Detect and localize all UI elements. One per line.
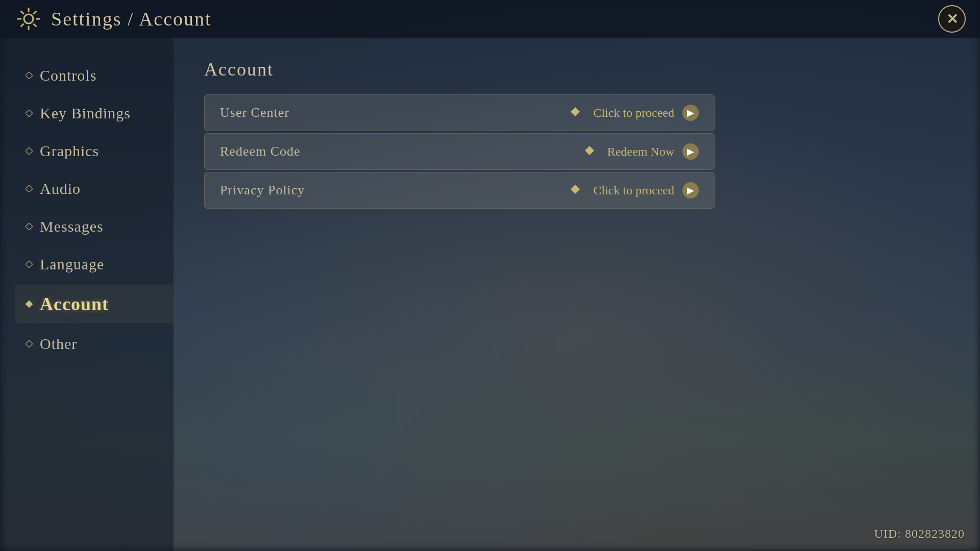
diamond-icon	[26, 261, 33, 268]
sidebar: ControlsKey BindingsGraphicsAudioMessage…	[0, 38, 174, 551]
row-diamond-icon	[585, 146, 594, 158]
close-button[interactable]: ✕	[938, 5, 966, 33]
sidebar-item-key-bindings[interactable]: Key Bindings	[15, 96, 174, 130]
svg-line-6	[34, 24, 37, 27]
diamond-icon	[26, 110, 33, 117]
content-area: ControlsKey BindingsGraphicsAudioMessage…	[0, 38, 980, 551]
sidebar-item-label: Messages	[40, 218, 104, 235]
svg-line-5	[21, 11, 24, 14]
sidebar-item-other[interactable]: Other	[15, 327, 174, 361]
action-proceed-label: Click to proceed	[593, 184, 674, 197]
action-list: User CenterClick to proceed▶Redeem CodeR…	[204, 94, 715, 209]
action-label-user-center: User Center	[220, 105, 289, 120]
sidebar-item-label: Account	[40, 293, 109, 315]
svg-point-0	[24, 14, 33, 23]
row-diamond-icon	[571, 107, 580, 119]
svg-marker-16	[26, 340, 33, 347]
action-label-redeem-code: Redeem Code	[220, 144, 301, 159]
svg-marker-18	[585, 146, 594, 155]
action-proceed-label: Redeem Now	[607, 145, 674, 159]
sidebar-item-label: Graphics	[40, 142, 99, 160]
svg-marker-17	[571, 107, 580, 116]
sidebar-item-label: Other	[40, 335, 77, 353]
diamond-icon	[26, 147, 33, 155]
close-icon: ✕	[946, 11, 958, 28]
sidebar-item-account[interactable]: Account	[15, 285, 174, 323]
diamond-icon	[26, 300, 33, 308]
sidebar-item-messages[interactable]: Messages	[15, 210, 174, 243]
sidebar-item-graphics[interactable]: Graphics	[15, 134, 174, 168]
svg-marker-15	[26, 300, 33, 308]
action-right-user-center: Click to proceed▶	[571, 105, 699, 121]
row-diamond-icon	[571, 185, 580, 196]
svg-marker-19	[571, 185, 580, 194]
action-proceed-label: Click to proceed	[593, 106, 674, 120]
sidebar-item-label: Audio	[40, 180, 81, 197]
diamond-icon	[26, 72, 33, 79]
svg-marker-13	[26, 223, 33, 230]
sidebar-item-label: Key Bindings	[40, 105, 131, 122]
arrow-right-icon: ▶	[682, 182, 699, 198]
arrow-right-icon: ▶	[682, 105, 699, 121]
diamond-icon	[26, 340, 33, 347]
arrow-right-icon: ▶	[682, 143, 699, 160]
sidebar-item-language[interactable]: Language	[15, 247, 174, 281]
svg-marker-11	[26, 147, 33, 155]
action-row-redeem-code[interactable]: Redeem CodeRedeem Now▶	[204, 133, 715, 170]
svg-line-7	[34, 11, 37, 14]
svg-marker-14	[26, 261, 33, 268]
svg-marker-12	[26, 185, 33, 192]
header-title: Settings / Account	[51, 8, 212, 30]
sidebar-item-controls[interactable]: Controls	[15, 59, 174, 92]
uid-label: UID: 802823820	[874, 527, 965, 541]
sidebar-item-audio[interactable]: Audio	[15, 172, 174, 206]
svg-marker-9	[26, 72, 33, 79]
svg-line-8	[21, 24, 24, 27]
action-label-privacy-policy: Privacy Policy	[220, 183, 305, 198]
diamond-icon	[26, 185, 33, 192]
sidebar-item-label: Controls	[40, 67, 96, 84]
action-row-privacy-policy[interactable]: Privacy PolicyClick to proceed▶	[204, 172, 715, 209]
diamond-icon	[26, 223, 33, 230]
svg-marker-10	[26, 110, 33, 117]
action-right-privacy-policy: Click to proceed▶	[571, 182, 699, 198]
action-right-redeem-code: Redeem Now▶	[585, 143, 699, 160]
main-panel: Account User CenterClick to proceed▶Rede…	[174, 38, 980, 551]
header-bar: Settings / Account ✕	[0, 0, 980, 38]
action-row-user-center[interactable]: User CenterClick to proceed▶	[204, 94, 715, 131]
panel-title: Account	[204, 59, 949, 80]
sidebar-item-label: Language	[40, 256, 104, 273]
settings-icon	[15, 6, 42, 32]
